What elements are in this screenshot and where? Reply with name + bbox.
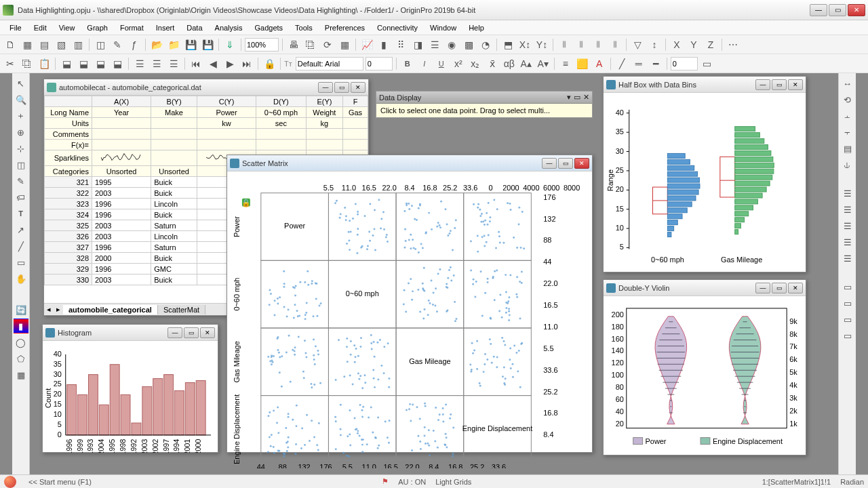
r-group4-icon[interactable]: ☰ [840,235,855,249]
wks-min-button[interactable]: — [318,82,333,93]
hist-close-button[interactable]: ✕ [200,327,215,338]
pan-tool-icon[interactable]: ✋ [14,271,28,286]
superscript-icon[interactable]: x² [451,56,466,71]
text-tool-icon[interactable]: T [14,206,28,221]
font-family-select[interactable] [296,57,363,70]
r-group3-icon[interactable]: ☰ [840,218,855,233]
rect-tool-icon[interactable]: ▭ [14,255,28,270]
new-layout-icon[interactable]: ▥ [71,37,85,52]
refresh-icon[interactable]: ⟳ [320,37,335,52]
menu-data[interactable]: Data [181,22,208,33]
align-icon[interactable]: ≡ [558,56,573,71]
r-group2-icon[interactable]: ☰ [840,202,855,217]
hb-min-button[interactable]: — [755,79,770,90]
sm-max-button[interactable]: ▭ [558,158,573,169]
batch1-icon[interactable]: ☰ [132,56,147,71]
nav-next-icon[interactable]: ▶ [222,56,237,71]
batch3-icon[interactable]: ☰ [166,56,181,71]
axis-z-icon[interactable]: Z [703,37,718,52]
v-close-button[interactable]: ✕ [788,283,803,293]
zoom-select[interactable] [245,38,279,52]
r-group1-icon[interactable]: ☰ [840,186,855,201]
circle-tool-icon[interactable]: ◯ [14,335,28,350]
histogram-window[interactable]: Histogram — ▭ ✕ 051015202530354019961999… [42,324,218,453]
hist-titlebar[interactable]: Histogram — ▭ ✕ [43,325,218,341]
pointer-icon[interactable]: ↖ [14,76,28,91]
font-size-select[interactable] [366,57,393,70]
italic-icon[interactable]: I [417,56,432,71]
save-icon[interactable]: 💾 [183,37,198,52]
r-rotate-icon[interactable]: ⟲ [840,92,855,107]
minimize-button[interactable]: — [810,4,827,16]
menu-view[interactable]: View [54,22,81,33]
dd-dropdown-icon[interactable]: ▾ [567,93,571,102]
region-tool-icon[interactable]: ▦ [14,367,28,382]
v-min-button[interactable]: — [755,283,770,293]
line-tool-icon[interactable]: ╱ [14,239,28,253]
nav-last-icon[interactable]: ⏭ [239,56,254,71]
halfbox-chart[interactable]: 510152025303540Range0~60 mphGas Mileage [604,93,806,272]
import3-icon[interactable]: ⬓ [93,56,108,71]
hb-max-button[interactable]: ▭ [772,79,787,90]
border-icon[interactable]: ▭ [700,56,715,71]
r-merge-icon[interactable]: ⫝ [840,157,855,172]
tab-scroll-left-icon[interactable]: ◂ [44,305,54,314]
sm-close-button[interactable]: ✕ [574,158,589,169]
tab-scroll-right-icon[interactable]: ▸ [54,305,63,314]
filter-icon[interactable]: ▽ [630,37,645,52]
col-add-icon[interactable]: ⬒ [500,37,515,52]
greek-icon[interactable]: αβ [502,56,517,71]
line-color-icon[interactable]: ╱ [614,56,629,71]
r-move-icon[interactable]: ↔ [840,76,855,91]
lock-icon[interactable]: 🔒 [262,56,277,71]
menu-gadgets[interactable]: Gadgets [250,22,289,33]
rotate-icon[interactable]: 🔄 [14,302,28,317]
more-icon[interactable]: ⋯ [726,37,741,52]
close-button[interactable]: ✕ [848,4,865,16]
annotation-icon[interactable]: 🏷 [14,190,28,205]
worksheet-titlebar[interactable]: automobilecat - automobile_categorical.d… [44,79,368,96]
hist-max-button[interactable]: ▭ [184,327,199,338]
menu-insert[interactable]: Insert [151,22,180,33]
batch2-icon[interactable]: ☰ [149,56,164,71]
new-function-icon[interactable]: ƒ [127,37,142,52]
import-icon[interactable]: ⇓ [222,37,237,52]
polygon-tool-icon[interactable]: ⬠ [14,351,28,366]
r-group5-icon[interactable]: ☰ [840,251,855,266]
dd-max-icon[interactable]: ▭ [574,93,580,102]
print-icon[interactable]: 🖶 [286,37,301,52]
screen-reader-icon[interactable]: ⊕ [14,125,28,140]
sort-icon[interactable]: ↕ [647,37,662,52]
hb-close-button[interactable]: ✕ [788,79,803,90]
region-mask-icon[interactable]: ◫ [14,157,28,172]
wks-close-button[interactable]: ✕ [351,82,366,93]
new-graph-icon[interactable]: ▧ [54,37,68,52]
menu-edit[interactable]: Edit [28,22,52,33]
plot-stat-icon[interactable]: ☰ [427,37,442,52]
data-selector-icon[interactable]: ⊹ [14,141,28,156]
menu-connectivity[interactable]: Connectivity [372,22,423,33]
wks-tab-scatter[interactable]: ScatterMat [158,305,205,314]
font-color-icon[interactable]: A [592,56,607,71]
arrow-tool-icon[interactable]: ↗ [14,222,28,237]
restore-button[interactable]: ▭ [829,4,846,16]
r-layer-icon[interactable]: ▤ [840,141,855,156]
stats2-icon[interactable]: ⫴ [574,37,589,52]
stats-icon[interactable]: ⫴ [557,37,572,52]
start-orb-icon[interactable] [4,476,16,488]
halfbox-titlebar[interactable]: Half Box with Data Bins — ▭ ✕ [604,77,806,93]
nav-prev-icon[interactable]: ◀ [205,56,220,71]
zoom-tool-icon[interactable]: 🔍 [14,92,28,107]
violin-chart[interactable]: 204060801001201401601802001k2k3k4k5k6k7k… [604,296,806,455]
halfbox-window[interactable]: Half Box with Data Bins — ▭ ✕ 5101520253… [603,76,806,272]
sm-min-button[interactable]: — [542,158,557,169]
r-shape3-icon[interactable]: ▭ [840,312,855,327]
plot-pie-icon[interactable]: ◔ [478,37,493,52]
font-inc-icon[interactable]: A▴ [519,56,534,71]
col-setx-icon[interactable]: X↕ [517,37,532,52]
bold-icon[interactable]: B [400,56,415,71]
stats3-icon[interactable]: ⫴ [591,37,606,52]
font-dec-icon[interactable]: A▾ [536,56,551,71]
axis-y-icon[interactable]: Y [686,37,701,52]
reader-tool-icon[interactable]: ＋ [14,108,28,123]
